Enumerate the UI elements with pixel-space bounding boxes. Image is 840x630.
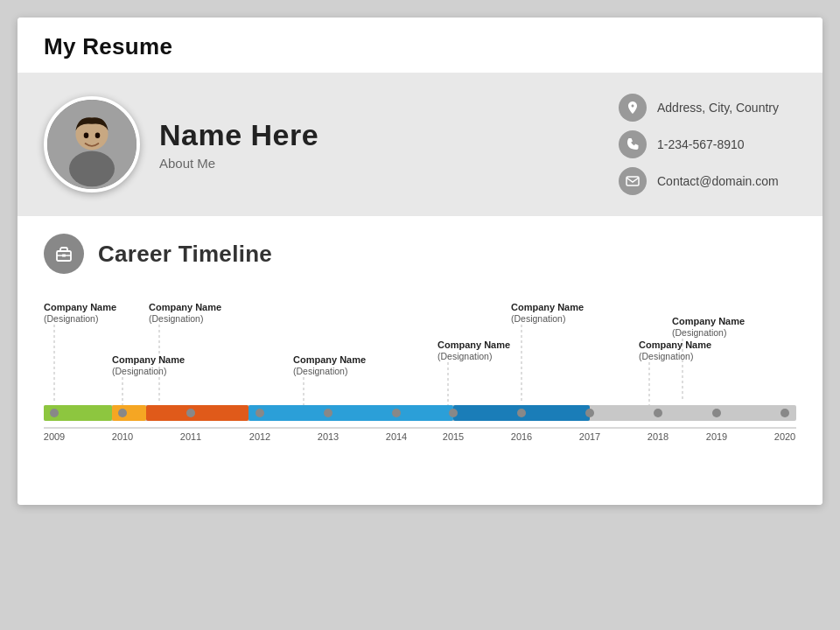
svg-text:(Designation): (Designation)	[149, 313, 203, 324]
contact-phone: 1-234-567-8910	[657, 137, 745, 151]
svg-text:(Designation): (Designation)	[112, 366, 166, 376]
svg-text:2018: 2018	[648, 431, 668, 442]
svg-point-49	[712, 409, 721, 417]
svg-text:(Designation): (Designation)	[438, 351, 492, 361]
svg-text:2011: 2011	[180, 431, 201, 442]
contact-email-item: Contact@domain.com	[619, 167, 779, 195]
phone-icon	[619, 130, 647, 158]
page-title-bar: My Resume	[18, 18, 822, 73]
svg-text:Company Name: Company Name	[44, 302, 116, 312]
svg-text:Company Name: Company Name	[293, 354, 366, 365]
svg-point-46	[517, 409, 526, 417]
svg-text:2019: 2019	[706, 431, 727, 442]
svg-point-50	[780, 409, 789, 417]
svg-text:2013: 2013	[318, 431, 339, 442]
profile-subtitle: About Me	[159, 156, 318, 171]
svg-point-39	[50, 409, 59, 417]
contact-phone-item: 1-234-567-8910	[619, 130, 779, 158]
svg-rect-5	[626, 177, 639, 186]
career-title: Career Timeline	[98, 241, 272, 268]
contact-info: Address, City, Country 1-234-567-8910	[619, 94, 779, 195]
location-icon	[619, 94, 647, 122]
svg-rect-37	[248, 405, 453, 421]
svg-point-43	[324, 409, 332, 417]
svg-text:(Designation): (Designation)	[293, 366, 347, 376]
svg-text:(Designation): (Designation)	[672, 327, 726, 338]
svg-text:2009: 2009	[44, 431, 65, 442]
svg-text:(Designation): (Designation)	[639, 351, 693, 361]
career-icon	[44, 234, 84, 274]
avatar	[44, 96, 140, 192]
header-section: Name Here About Me Address, City, Countr…	[18, 73, 822, 216]
svg-text:(Designation): (Designation)	[44, 313, 98, 324]
svg-text:2020: 2020	[774, 431, 795, 442]
svg-text:2017: 2017	[579, 431, 600, 442]
page-title: My Resume	[44, 33, 796, 60]
svg-point-48	[654, 409, 662, 417]
contact-email: Contact@domain.com	[657, 174, 779, 188]
profile-left: Name Here About Me	[44, 96, 318, 192]
svg-text:2016: 2016	[511, 431, 532, 442]
svg-point-3	[84, 133, 89, 138]
slide: My Resume	[18, 18, 822, 505]
svg-text:2012: 2012	[249, 431, 270, 442]
profile-name: Name Here	[159, 118, 318, 152]
svg-point-47	[585, 409, 594, 417]
svg-text:(Designation): (Designation)	[511, 313, 565, 324]
career-section: Career Timeline Company Name (Designatio…	[18, 216, 822, 505]
svg-point-45	[449, 409, 458, 417]
svg-text:2015: 2015	[443, 431, 464, 442]
svg-rect-8	[62, 255, 66, 257]
timeline-wrapper: Company Name (Designation) Company Name …	[44, 300, 796, 479]
svg-text:Company Name: Company Name	[112, 354, 185, 365]
svg-text:Company Name: Company Name	[149, 302, 221, 312]
svg-text:Company Name: Company Name	[672, 316, 745, 326]
contact-address-item: Address, City, Country	[619, 94, 779, 122]
svg-text:Company Name: Company Name	[511, 302, 584, 312]
svg-point-1	[69, 150, 115, 186]
section-header: Career Timeline	[44, 234, 796, 274]
svg-point-42	[256, 409, 264, 417]
svg-point-4	[95, 133, 101, 138]
svg-text:Company Name: Company Name	[438, 340, 510, 350]
contact-address: Address, City, Country	[657, 101, 779, 115]
svg-point-41	[186, 409, 195, 417]
email-icon	[619, 167, 647, 195]
svg-rect-36	[146, 405, 248, 421]
svg-text:Company Name: Company Name	[639, 340, 711, 350]
svg-text:2014: 2014	[386, 431, 407, 442]
svg-point-40	[118, 409, 127, 417]
svg-point-44	[392, 409, 401, 417]
timeline-svg: Company Name (Designation) Company Name …	[44, 300, 796, 475]
svg-rect-35	[112, 405, 146, 421]
svg-text:2010: 2010	[112, 431, 133, 442]
profile-info: Name Here About Me	[159, 118, 318, 171]
